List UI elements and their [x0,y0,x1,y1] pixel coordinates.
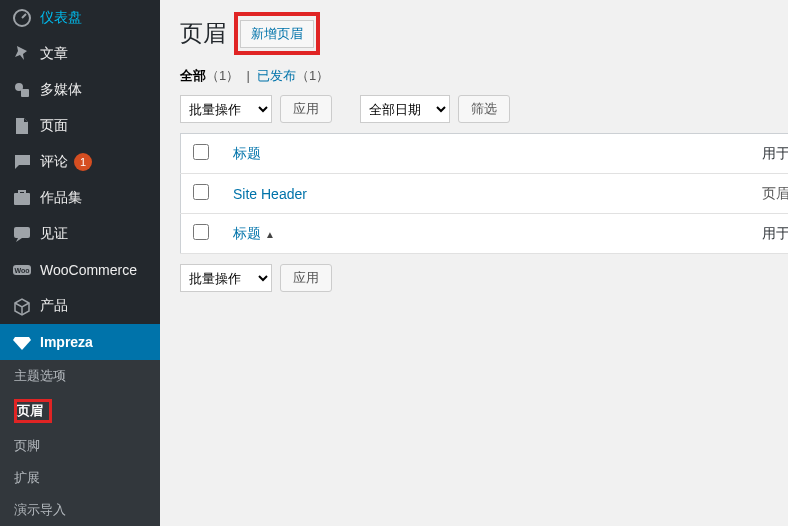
sidebar-item-label: 多媒体 [40,81,82,99]
status-published-count: （1） [296,68,329,83]
media-icon [12,80,32,100]
select-all-bottom[interactable] [193,224,209,240]
date-filter-select[interactable]: 全部日期 [360,95,450,123]
status-published-link[interactable]: 已发布 [257,68,296,83]
filters-row-bottom: 批量操作 应用 [180,264,778,292]
sidebar-item-testimonials[interactable]: 见证 [0,216,160,252]
sidebar-item-posts[interactable]: 文章 [0,36,160,72]
filter-button[interactable]: 筛选 [458,95,510,123]
diamond-icon [12,332,32,352]
column-header-used: 用于 [762,145,789,161]
sort-indicator-icon: ▲ [265,229,275,240]
admin-sidebar: 仪表盘 文章 多媒体 页面 评论 1 作品集 见证 Woo WooCommerc… [0,0,160,526]
page-header: 页眉 新增页眉 [180,12,778,55]
sidebar-sub-theme-options[interactable]: 主题选项 [0,360,160,392]
row-title-link[interactable]: Site Header [233,186,307,202]
row-used-label: 页眉选项: [762,185,789,201]
sidebar-item-label: 作品集 [40,189,82,207]
apply-button[interactable]: 应用 [280,95,332,123]
sidebar-sub-footer[interactable]: 页脚 [0,430,160,462]
row-checkbox[interactable] [193,184,209,200]
column-footer-used: 用于 [762,225,789,241]
sidebar-sub-label: 主题选项 [14,368,66,383]
status-links: 全部（1） | 已发布（1） [180,67,778,85]
posts-table: 标题 用于 Site Header 页眉选项: 默 标题▲ 用于 [180,133,788,254]
product-icon [12,296,32,316]
sidebar-item-label: WooCommerce [40,262,137,278]
svg-rect-3 [14,193,30,205]
chat-icon [12,224,32,244]
sidebar-item-products[interactable]: 产品 [0,288,160,324]
portfolio-icon [12,188,32,208]
comment-icon [12,152,32,172]
bulk-action-select-bottom[interactable]: 批量操作 [180,264,272,292]
add-new-button[interactable]: 新增页眉 [240,20,314,48]
sidebar-item-pages[interactable]: 页面 [0,108,160,144]
sidebar-item-portfolio[interactable]: 作品集 [0,180,160,216]
page-icon [12,116,32,136]
woo-icon: Woo [12,260,32,280]
sidebar-item-media[interactable]: 多媒体 [0,72,160,108]
column-footer-title[interactable]: 标题▲ [233,225,275,241]
svg-rect-4 [14,227,30,238]
content-area: 页眉 新增页眉 全部（1） | 已发布（1） 批量操作 应用 全部日期 筛选 标… [160,0,788,526]
column-header-title[interactable]: 标题 [233,145,261,161]
apply-button-bottom[interactable]: 应用 [280,264,332,292]
sidebar-item-label: 页面 [40,117,68,135]
sidebar-sub-addons[interactable]: 扩展 [0,462,160,494]
bulk-action-select[interactable]: 批量操作 [180,95,272,123]
status-published-label: 已发布 [257,68,296,83]
svg-text:Woo: Woo [14,267,29,274]
sidebar-item-label: 仪表盘 [40,9,82,27]
sidebar-item-label: 产品 [40,297,68,315]
page-title: 页眉 [180,18,226,49]
sidebar-sub-label: 页脚 [14,438,40,453]
svg-rect-2 [21,89,29,97]
sidebar-item-woocommerce[interactable]: Woo WooCommerce [0,252,160,288]
sidebar-item-impreza[interactable]: Impreza [0,324,160,360]
select-all-top[interactable] [193,144,209,160]
sidebar-item-label: Impreza [40,334,93,350]
status-all-label[interactable]: 全部 [180,68,206,83]
status-all-count: （1） [206,68,239,83]
filters-row-top: 批量操作 应用 全部日期 筛选 [180,95,778,123]
dashboard-icon [12,8,32,28]
sidebar-item-label: 文章 [40,45,68,63]
sidebar-sub-demo-import[interactable]: 演示导入 [0,494,160,526]
comment-count-badge: 1 [74,153,92,171]
sidebar-item-label: 见证 [40,225,68,243]
pin-icon [12,44,32,64]
sidebar-item-comments[interactable]: 评论 1 [0,144,160,180]
sidebar-sub-label: 扩展 [14,470,40,485]
table-row: Site Header 页眉选项: 默 [181,174,789,214]
add-new-highlight: 新增页眉 [234,12,320,55]
sidebar-item-label: 评论 [40,153,68,171]
sidebar-item-dashboard[interactable]: 仪表盘 [0,0,160,36]
sidebar-sub-label: 演示导入 [14,502,66,517]
sidebar-sub-header[interactable]: 页眉 [0,392,160,430]
sidebar-sub-label: 页眉 [14,399,52,423]
